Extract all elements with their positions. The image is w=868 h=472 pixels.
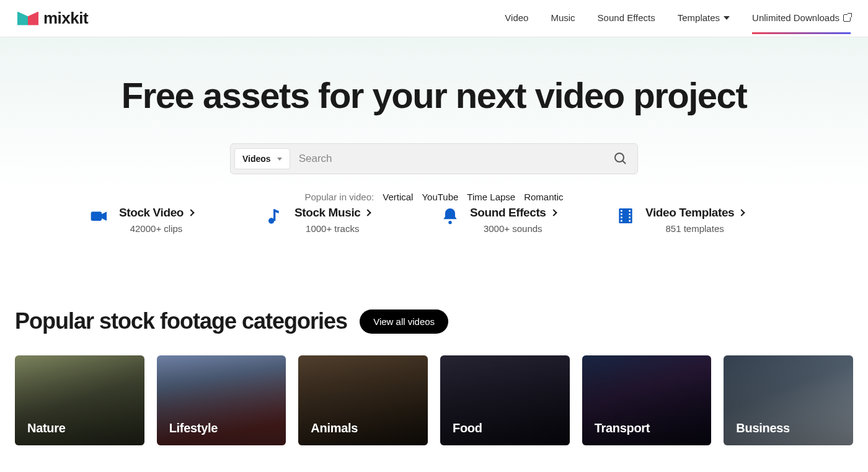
- header: mixkit Video Music Sound Effects Templat…: [0, 0, 868, 37]
- film-strip-icon: [616, 206, 636, 226]
- search-bar: Videos: [230, 143, 638, 174]
- asset-sound-effects[interactable]: Sound Effects 3000+ sounds: [440, 206, 603, 234]
- category-tile-transport[interactable]: Transport: [582, 355, 712, 445]
- music-note-icon: [265, 206, 285, 226]
- category-tile-animals[interactable]: Animals: [298, 355, 428, 445]
- svg-rect-11: [629, 210, 631, 212]
- search-input[interactable]: [296, 148, 600, 170]
- nav-video[interactable]: Video: [505, 12, 528, 24]
- logo-mark-icon: [17, 12, 38, 25]
- asset-stock-music[interactable]: Stock Music 1000+ tracks: [265, 206, 428, 234]
- hero: Free assets for your next video project …: [0, 37, 868, 290]
- logo[interactable]: mixkit: [17, 9, 88, 28]
- categories-grid: Nature Lifestyle Animals Food Transport …: [15, 355, 853, 445]
- categories-section: Popular stock footage categories View al…: [0, 290, 868, 470]
- popular-searches: Popular in video: Vertical YouTube Time …: [15, 192, 853, 202]
- chevron-down-icon: [277, 158, 282, 161]
- popular-tag-time-lapse[interactable]: Time Lapse: [467, 192, 515, 202]
- categories-heading: Popular stock footage categories: [15, 308, 347, 334]
- search-icon: [613, 151, 627, 166]
- popular-tag-vertical[interactable]: Vertical: [383, 192, 413, 202]
- video-camera-icon: [89, 206, 109, 226]
- external-link-icon: [843, 14, 851, 22]
- popular-tag-romantic[interactable]: Romantic: [524, 192, 563, 202]
- category-tile-food[interactable]: Food: [440, 355, 570, 445]
- chevron-right-icon: [550, 209, 557, 216]
- svg-rect-12: [629, 213, 631, 215]
- svg-point-0: [615, 153, 624, 162]
- svg-point-5: [448, 221, 451, 224]
- popular-label: Popular in video:: [304, 192, 374, 202]
- chevron-down-icon: [724, 16, 730, 20]
- svg-point-3: [268, 218, 274, 223]
- asset-stock-video[interactable]: Stock Video 42000+ clips: [89, 206, 252, 234]
- view-all-videos-button[interactable]: View all videos: [360, 309, 448, 334]
- brand-name: mixkit: [43, 9, 88, 28]
- svg-rect-14: [629, 220, 631, 222]
- chevron-right-icon: [365, 209, 371, 216]
- svg-rect-10: [621, 220, 622, 222]
- chevron-right-icon: [738, 209, 745, 216]
- search-button[interactable]: [606, 148, 634, 170]
- svg-rect-2: [91, 212, 102, 221]
- hero-title: Free assets for your next video project: [15, 74, 853, 116]
- category-tile-nature[interactable]: Nature: [15, 355, 144, 445]
- bell-icon: [440, 206, 460, 226]
- asset-type-row: Stock Video 42000+ clips Stock Music 100…: [15, 202, 853, 259]
- svg-rect-13: [629, 216, 631, 218]
- chevron-right-icon: [187, 209, 194, 216]
- asset-video-templates[interactable]: Video Templates 851 templates: [616, 206, 779, 234]
- category-tile-lifestyle[interactable]: Lifestyle: [157, 355, 286, 445]
- svg-rect-7: [621, 210, 622, 212]
- nav-sound-effects[interactable]: Sound Effects: [598, 12, 655, 24]
- search-filter-select[interactable]: Videos: [234, 148, 290, 169]
- nav-unlimited-downloads[interactable]: Unlimited Downloads: [752, 12, 851, 24]
- main-nav: Video Music Sound Effects Templates Unli…: [505, 12, 851, 24]
- svg-rect-9: [621, 216, 622, 218]
- category-tile-business[interactable]: Business: [724, 355, 853, 445]
- nav-music[interactable]: Music: [551, 12, 575, 24]
- nav-templates[interactable]: Templates: [678, 12, 730, 24]
- popular-tag-youtube[interactable]: YouTube: [422, 192, 458, 202]
- categories-header: Popular stock footage categories View al…: [15, 308, 853, 334]
- svg-rect-8: [621, 213, 622, 215]
- svg-line-1: [622, 161, 626, 164]
